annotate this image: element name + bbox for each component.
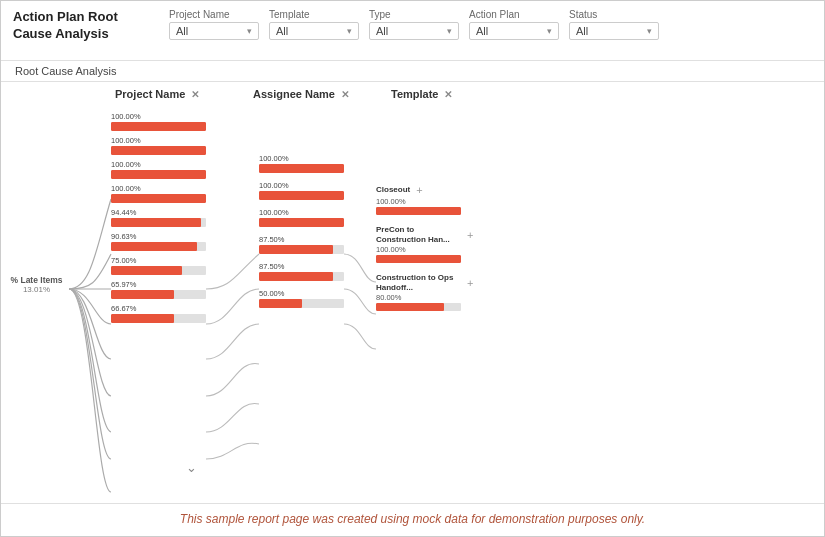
col1-bar-track-6 <box>111 266 206 275</box>
col3-item-name-1: PreCon to Construction Han... <box>376 225 461 244</box>
col3-bar-track-1 <box>376 255 461 263</box>
col1-bar-track-0 <box>111 122 206 131</box>
subtitle-bar: Root Cause Analysis <box>1 61 824 82</box>
col1-bar-row: 66.67% <box>111 304 206 323</box>
filter-label-4: Status <box>569 9 659 20</box>
col3-item: Closeout + 100.00% <box>376 184 473 215</box>
col1-bar-row: 100.00% <box>111 136 206 155</box>
col3-expand-icon-0[interactable]: + <box>416 184 422 196</box>
col1-bar-row: 94.44% <box>111 208 206 227</box>
col1-bar-track-2 <box>111 170 206 179</box>
col-header-close-0[interactable]: ✕ <box>191 89 199 100</box>
col1-bar-row: 65.97% <box>111 280 206 299</box>
col2-bar-label-1: 100.00% <box>259 181 344 190</box>
filter-group-0: Project Name All ▾ <box>169 9 259 40</box>
col3-item-header-2: Construction to Ops Handoff... + <box>376 273 473 292</box>
col2-bar-fill-3 <box>259 245 333 254</box>
chevron-down-icon-3: ▾ <box>547 26 552 36</box>
footer-note-text: This sample report page was created usin… <box>180 512 645 526</box>
col1-bar-label-1: 100.00% <box>111 136 206 145</box>
filter-group-2: Type All ▾ <box>369 9 459 40</box>
col2-bar-label-0: 100.00% <box>259 154 344 163</box>
col-header-close-1[interactable]: ✕ <box>341 89 349 100</box>
col1-bar-fill-1 <box>111 146 206 155</box>
col2-bar-row: 100.00% <box>259 154 344 173</box>
chevron-down-icon-2: ▾ <box>447 26 452 36</box>
col3-item: PreCon to Construction Han... + 100.00% <box>376 225 473 263</box>
app-frame: Action Plan Root Cause Analysis Project … <box>0 0 825 537</box>
col2-bar-track-5 <box>259 299 344 308</box>
filter-group-4: Status All ▾ <box>569 9 659 40</box>
filter-label-2: Type <box>369 9 459 20</box>
col1-bar-track-8 <box>111 314 206 323</box>
col1-bar-row: 100.00% <box>111 160 206 179</box>
chart-area: % Late Items 13.01% <box>1 104 824 503</box>
col1-bar-label-6: 75.00% <box>111 256 206 265</box>
col3-item-pct-1: 100.00% <box>376 245 473 254</box>
filter-select-4[interactable]: All ▾ <box>569 22 659 40</box>
col1-bar-label-2: 100.00% <box>111 160 206 169</box>
col3-item-name-0: Closeout <box>376 185 410 195</box>
col2-bar-track-0 <box>259 164 344 173</box>
col3-item: Construction to Ops Handoff... + 80.00% <box>376 273 473 311</box>
col3-items: Closeout + 100.00% PreCon to Constructio… <box>376 184 473 311</box>
filter-select-0[interactable]: All ▾ <box>169 22 259 40</box>
col1-bar-label-0: 100.00% <box>111 112 206 121</box>
app-title: Action Plan Root Cause Analysis <box>13 7 153 43</box>
col3-bar-fill-2 <box>376 303 444 311</box>
filter-group-3: Action Plan All ▾ <box>469 9 559 40</box>
col3-bar-fill-0 <box>376 207 461 215</box>
filter-group-1: Template All ▾ <box>269 9 359 40</box>
col2-bar-track-4 <box>259 272 344 281</box>
col-header-0: Project Name ✕ <box>115 88 225 104</box>
col1-bar-row: 100.00% <box>111 112 206 131</box>
col1-bar-label-5: 90.63% <box>111 232 206 241</box>
col-header-2: Template ✕ <box>391 88 501 104</box>
col1-bar-fill-5 <box>111 242 197 251</box>
filter-label-1: Template <box>269 9 359 20</box>
col2-bar-row: 100.00% <box>259 181 344 200</box>
col1-bar-label-8: 66.67% <box>111 304 206 313</box>
col3-expand-icon-2[interactable]: + <box>467 277 473 289</box>
col1-bar-track-4 <box>111 218 206 227</box>
col2-bar-row: 50.00% <box>259 289 344 308</box>
top-header: Action Plan Root Cause Analysis Project … <box>1 1 824 61</box>
col1-bar-label-3: 100.00% <box>111 184 206 193</box>
col2-bar-track-3 <box>259 245 344 254</box>
col-header-close-2[interactable]: ✕ <box>444 89 452 100</box>
col2-bar-fill-2 <box>259 218 344 227</box>
filter-select-2[interactable]: All ▾ <box>369 22 459 40</box>
col1-bar-row: 90.63% <box>111 232 206 251</box>
filter-select-3[interactable]: All ▾ <box>469 22 559 40</box>
col2-bar-fill-5 <box>259 299 302 308</box>
col3-item-pct-2: 80.00% <box>376 293 473 302</box>
col2-bar-label-5: 50.00% <box>259 289 344 298</box>
col-header-label-0: Project Name <box>115 88 185 100</box>
col1-bar-fill-3 <box>111 194 206 203</box>
chevron-down-icon-4: ▾ <box>647 26 652 36</box>
filter-select-1[interactable]: All ▾ <box>269 22 359 40</box>
col3-item-header-0: Closeout + <box>376 184 473 196</box>
column-headers: Project Name ✕ Assignee Name ✕ Template … <box>1 82 824 104</box>
filter-value-1: All <box>276 25 288 37</box>
col1-bar-track-3 <box>111 194 206 203</box>
col3-expand-icon-1[interactable]: + <box>467 229 473 241</box>
col1-bar-fill-4 <box>111 218 201 227</box>
col-header-1: Assignee Name ✕ <box>253 88 363 104</box>
col2-bar-label-3: 87.50% <box>259 235 344 244</box>
col1-bar-track-1 <box>111 146 206 155</box>
subtitle-text: Root Cause Analysis <box>15 65 117 77</box>
col-header-label-2: Template <box>391 88 438 100</box>
chevron-down-button[interactable]: ⌄ <box>186 460 197 475</box>
col-header-label-1: Assignee Name <box>253 88 335 100</box>
col3-item-name-2: Construction to Ops Handoff... <box>376 273 461 292</box>
col1-bar-label-4: 94.44% <box>111 208 206 217</box>
col2-bar-track-2 <box>259 218 344 227</box>
col3-item-pct-0: 100.00% <box>376 197 473 206</box>
col3-bar-track-2 <box>376 303 461 311</box>
col3-bar-fill-1 <box>376 255 461 263</box>
col2-bar-row: 100.00% <box>259 208 344 227</box>
filter-label-3: Action Plan <box>469 9 559 20</box>
filter-value-3: All <box>476 25 488 37</box>
col2-bars: 100.00% 100.00% 100.00% 87.50% 87.50% <box>259 154 344 308</box>
